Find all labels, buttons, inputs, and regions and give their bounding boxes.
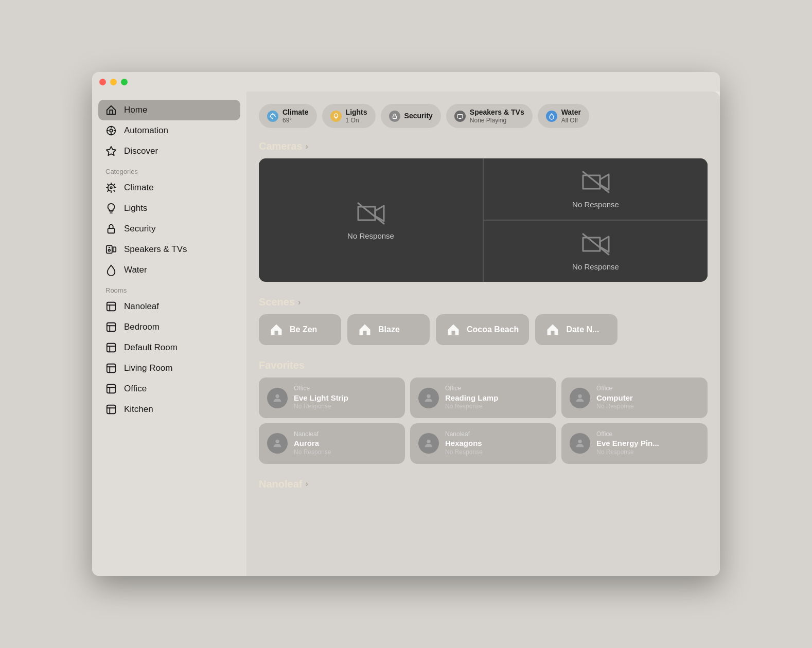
sidebar-label-home: Home xyxy=(124,105,147,115)
camera-no-response-text-2: No Response xyxy=(572,200,619,209)
scene-card-be-zen[interactable]: Be Zen xyxy=(259,314,341,345)
svg-point-61 xyxy=(427,394,430,398)
favorite-status-4: No Response xyxy=(294,448,331,457)
camera-cell-3[interactable]: No Response xyxy=(484,221,708,282)
favorite-card-eve-light-strip[interactable]: Office Eve Light Strip No Response xyxy=(259,377,405,418)
sidebar-item-automation[interactable]: Automation xyxy=(98,120,240,141)
favorite-card-hexagons[interactable]: Nanoleaf Hexagons No Response xyxy=(410,423,556,464)
cameras-section-header: Cameras › xyxy=(259,140,708,152)
svg-point-19 xyxy=(109,249,111,251)
favorite-card-reading-lamp[interactable]: Office Reading Lamp No Response xyxy=(410,377,556,418)
favorite-status-5: No Response xyxy=(445,448,483,457)
sidebar-item-default-room[interactable]: Default Room xyxy=(98,337,240,358)
security-icon xyxy=(105,223,117,235)
favorite-card-eve-energy[interactable]: Office Eve Energy Pin... No Response xyxy=(561,423,708,464)
svg-marker-54 xyxy=(600,237,609,252)
sidebar-item-climate[interactable]: Climate xyxy=(98,177,240,198)
favorite-info-2: Office Reading Lamp No Response xyxy=(445,385,498,411)
favorite-room-3: Office xyxy=(596,385,634,393)
sidebar-item-kitchen[interactable]: Kitchen xyxy=(98,399,240,420)
sidebar-item-security[interactable]: Security xyxy=(98,219,240,239)
scene-card-blaze[interactable]: Blaze xyxy=(347,314,430,345)
favorite-info-3: Office Computer No Response xyxy=(596,385,634,411)
categories-label: Categories xyxy=(98,161,240,177)
room-icon-nanoleaf xyxy=(105,301,117,312)
favorite-status-1: No Response xyxy=(294,403,348,411)
favorite-avatar-3 xyxy=(570,388,590,408)
scene-label-blaze: Blaze xyxy=(378,325,400,334)
maximize-button[interactable] xyxy=(121,79,128,85)
favorite-name-5: Hexagons xyxy=(445,438,483,448)
app-body: Home Automation xyxy=(92,92,720,576)
camera-cell-2[interactable]: No Response xyxy=(484,158,708,220)
svg-rect-44 xyxy=(457,114,463,118)
sidebar-label-climate: Climate xyxy=(124,183,154,193)
climate-tab-text: Climate 69° xyxy=(283,108,309,124)
favorites-section-header: Favorites xyxy=(259,359,708,371)
sidebar-item-discover[interactable]: Discover xyxy=(98,141,240,161)
minimize-button[interactable] xyxy=(110,79,117,85)
scenes-chevron[interactable]: › xyxy=(298,298,301,307)
favorite-avatar-1 xyxy=(267,388,288,408)
sidebar-label-discover: Discover xyxy=(124,146,158,156)
sidebar-item-lights[interactable]: Lights xyxy=(98,198,240,219)
sidebar-item-living-room[interactable]: Living Room xyxy=(98,358,240,379)
nanoleaf-chevron[interactable]: › xyxy=(305,479,308,489)
climate-tab-sublabel: 69° xyxy=(283,117,309,124)
scene-card-cocoa-beach[interactable]: Cocoa Beach xyxy=(436,314,529,345)
sidebar-label-kitchen: Kitchen xyxy=(124,404,153,415)
cameras-chevron[interactable]: › xyxy=(306,142,308,151)
favorite-info-6: Office Eve Energy Pin... No Response xyxy=(596,430,659,457)
automation-icon xyxy=(105,125,117,136)
favorite-avatar-5 xyxy=(418,433,439,454)
svg-point-1 xyxy=(110,129,113,132)
svg-point-65 xyxy=(578,440,581,443)
favorite-card-aurora[interactable]: Nanoleaf Aurora No Response xyxy=(259,423,405,464)
sidebar-item-nanoleaf[interactable]: Nanoleaf xyxy=(98,296,240,317)
tab-security[interactable]: Security xyxy=(381,104,441,128)
sidebar-item-home[interactable]: Home xyxy=(98,100,240,120)
sidebar-item-bedroom[interactable]: Bedroom xyxy=(98,317,240,337)
room-icon-living xyxy=(105,363,117,374)
sidebar-label-office: Office xyxy=(124,384,147,394)
camera-no-response-text-3: No Response xyxy=(572,262,619,271)
scene-house-icon-blaze xyxy=(358,322,372,337)
svg-point-7 xyxy=(110,187,112,189)
app-window: Home Automation xyxy=(92,72,720,576)
scenes-label: Scenes xyxy=(259,296,295,308)
favorite-info-4: Nanoleaf Aurora No Response xyxy=(294,430,331,457)
svg-marker-51 xyxy=(600,174,609,190)
sidebar-item-speakers[interactable]: Speakers & TVs xyxy=(98,239,240,260)
scene-card-date-night[interactable]: Date N... xyxy=(535,314,617,345)
favorite-status-6: No Response xyxy=(596,448,659,457)
sidebar-item-office[interactable]: Office xyxy=(98,379,240,399)
tab-lights[interactable]: Lights 1 On xyxy=(322,104,376,128)
camera-cell-1[interactable]: No Response xyxy=(259,158,483,282)
home-icon xyxy=(105,104,117,116)
tab-climate[interactable]: Climate 69° xyxy=(259,104,317,128)
favorite-room-2: Office xyxy=(445,385,498,393)
discover-icon xyxy=(105,146,117,157)
tab-water[interactable]: Water All Off xyxy=(538,104,589,128)
favorite-info-5: Nanoleaf Hexagons No Response xyxy=(445,430,483,457)
favorite-card-computer[interactable]: Office Computer No Response xyxy=(561,377,708,418)
speakers-tab-label: Speakers & TVs xyxy=(470,108,524,117)
camera-no-video-icon-1 xyxy=(356,201,386,226)
tab-speakers[interactable]: Speakers & TVs None Playing xyxy=(446,104,533,128)
favorite-name-2: Reading Lamp xyxy=(445,393,498,403)
nanoleaf-label: Nanoleaf xyxy=(259,478,302,490)
sidebar-label-speakers: Speakers & TVs xyxy=(124,244,187,255)
climate-tab-icon xyxy=(267,111,278,122)
tab-bar: Climate 69° Lights 1 On xyxy=(259,104,708,128)
water-tab-icon xyxy=(546,111,557,122)
svg-line-12 xyxy=(108,184,109,185)
favorite-name-4: Aurora xyxy=(294,438,331,448)
scene-label-be-zen: Be Zen xyxy=(290,325,317,334)
room-icon-bedroom xyxy=(105,321,117,333)
svg-rect-30 xyxy=(107,364,116,373)
sidebar-item-water[interactable]: Water xyxy=(98,260,240,280)
titlebar xyxy=(92,72,720,92)
close-button[interactable] xyxy=(99,79,106,85)
speakers-icon xyxy=(105,244,117,255)
sidebar: Home Automation xyxy=(92,92,246,576)
